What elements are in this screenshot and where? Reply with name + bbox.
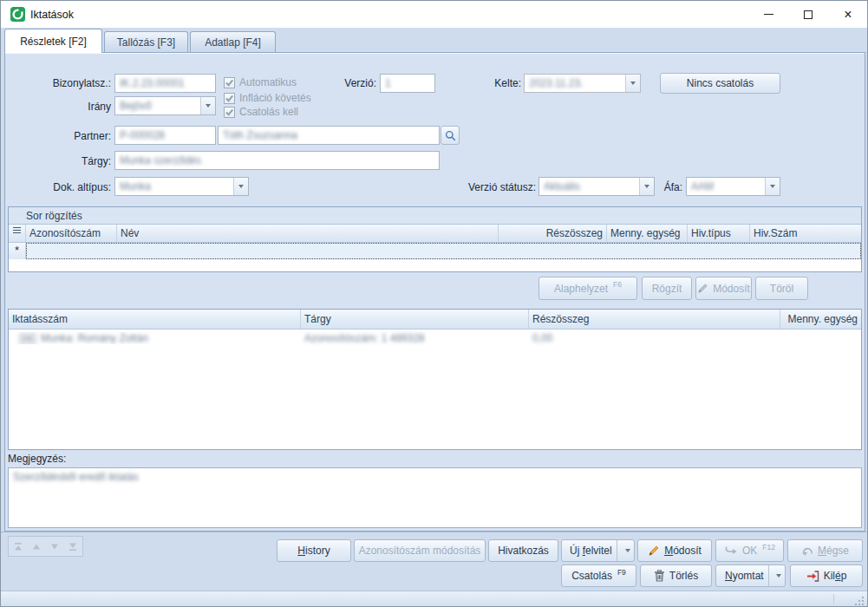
iktatasok-window: Iktatások × Részletek [F2] Tallózás [F3]…: [0, 0, 868, 607]
dok-altipus-combo[interactable]: Munka: [114, 177, 249, 196]
megjegyzes-textarea[interactable]: Szerződésből eredő iktatás: [8, 467, 862, 528]
azonositoszam-modositas-button[interactable]: Azonosítószám módosítás: [354, 539, 486, 562]
partner-code-input[interactable]: P-000028: [114, 126, 216, 145]
inflacio-checkbox[interactable]: Infláció követés: [224, 92, 311, 104]
nav-first-icon[interactable]: [13, 542, 23, 552]
undo-arrow-icon: [801, 545, 813, 556]
megjegyzes-value: Szerződésből eredő iktatás: [13, 471, 139, 483]
hivatkozas-button[interactable]: Hivatkozás: [488, 539, 558, 562]
nav-next-icon[interactable]: [49, 542, 60, 552]
csatolas-kell-label: Csatolás kell: [239, 106, 298, 118]
row-selector-header[interactable]: [9, 225, 26, 243]
ok-label: OK: [742, 545, 757, 557]
bizonylatsz-input[interactable]: IK.2.23.00001: [114, 74, 216, 93]
chevron-down-icon[interactable]: [233, 178, 248, 195]
azonositoszam-modositas-label: Azonosítószám módosítás: [359, 545, 481, 557]
chevron-down-icon[interactable]: [765, 178, 780, 195]
column-header-menny-egyseg[interactable]: Menny. egység: [607, 225, 688, 243]
trash-icon: [654, 570, 665, 582]
afa-combo[interactable]: AAM: [686, 177, 780, 196]
csatolas-button[interactable]: CsatolásF9: [561, 565, 636, 587]
record-navigator: [8, 536, 83, 557]
column-header-hiv-tipus[interactable]: Hiv.típus: [688, 225, 750, 243]
nyomtat-dropdown[interactable]: [773, 574, 785, 578]
column-header-reszosszeg[interactable]: Részösszeg: [499, 225, 607, 243]
modosit-row-button[interactable]: Módosít: [695, 277, 752, 300]
partner-name-input[interactable]: Tóth Zsuzsanna: [218, 126, 440, 145]
chevron-down-icon[interactable]: [200, 97, 215, 114]
minimize-button[interactable]: [748, 1, 788, 28]
app-icon: [10, 7, 25, 22]
column-header-azonositoszam[interactable]: Azonosítószám: [26, 225, 117, 243]
column-header-nev[interactable]: Név: [117, 225, 499, 243]
alaphelyzet-button[interactable]: AlaphelyzetF6: [538, 277, 637, 300]
chevron-down-icon: [776, 574, 781, 578]
row-nev: Munka: Romány Zoltán: [41, 332, 148, 344]
torol-button[interactable]: Töröl: [755, 277, 808, 300]
kilep-label: Kilép: [824, 570, 847, 582]
sor-rogzites-title: Sor rögzítés: [9, 207, 861, 225]
ok-button[interactable]: OKF12: [715, 539, 784, 562]
status-bar: [1, 591, 867, 606]
modosit-button[interactable]: Módosít: [637, 539, 712, 562]
tab-label: Tallózás [F3]: [117, 36, 175, 49]
new-row-marker-icon: *: [9, 243, 26, 259]
dok-altipus-label: Dok. altípus:: [27, 181, 111, 193]
alaphelyzet-hotkey: F6: [613, 277, 622, 289]
column-header-reszosszeg2[interactable]: Részösszeg: [529, 310, 780, 330]
kelte-datepicker[interactable]: 2023.11.23.: [524, 74, 641, 93]
column-header-iktatasszam[interactable]: Iktatásszám: [9, 310, 301, 330]
kilep-button[interactable]: Kilép: [790, 565, 863, 587]
verzio-value: 1: [385, 77, 391, 89]
close-icon: ×: [844, 8, 852, 22]
chevron-down-icon[interactable]: [639, 178, 654, 195]
column-header-menny-egyseg2[interactable]: Menny. egység: [780, 310, 861, 330]
checkbox-checked-icon: [224, 77, 235, 88]
uj-felvitel-split-button[interactable]: Új felvitel: [561, 539, 635, 562]
new-row-editor[interactable]: [26, 243, 861, 259]
torles-label: Törlés: [669, 570, 698, 582]
column-header-targy[interactable]: Tárgy: [301, 310, 529, 330]
tab-label: Adatlap [F4]: [205, 36, 261, 49]
verzio-statusz-combo[interactable]: Aktuális: [538, 177, 655, 196]
nyomtat-split-button[interactable]: Nyomtat: [715, 565, 786, 587]
table-row[interactable]: PRMunka: Romány Zoltán Azonosítószám: 1 …: [9, 330, 861, 346]
resize-grip[interactable]: [855, 597, 864, 605]
irany-combo[interactable]: Bejövő: [114, 96, 216, 115]
csatolas-kell-checkbox[interactable]: Csatolás kell: [224, 106, 298, 118]
csatolas-label: Csatolás: [571, 570, 612, 582]
chevron-down-icon[interactable]: [625, 75, 640, 92]
partner-code-value: P-000028: [120, 129, 165, 141]
tab-reszletek[interactable]: Részletek [F2]: [4, 29, 102, 53]
checkbox-checked-icon: [224, 107, 235, 118]
uj-felvitel-dropdown[interactable]: [622, 549, 634, 552]
partner-search-button[interactable]: [441, 126, 460, 145]
maximize-button[interactable]: [788, 1, 828, 28]
dok-altipus-value: Munka: [115, 178, 233, 195]
nincs-csatolas-button[interactable]: Nincs csatolás: [660, 73, 780, 94]
close-button[interactable]: ×: [828, 1, 868, 28]
partner-label: Partner:: [27, 130, 111, 142]
megse-button[interactable]: Mégse: [787, 539, 863, 562]
column-header-hiv-szam[interactable]: Hiv.Szám: [750, 225, 861, 243]
tab-adatlap[interactable]: Adatlap [F4]: [190, 31, 276, 53]
rogzit-button[interactable]: Rögzít: [642, 277, 692, 300]
automatikus-checkbox[interactable]: Automatikus: [224, 76, 297, 88]
csatolas-hotkey: F9: [617, 565, 626, 577]
rogzit-label: Rögzít: [652, 283, 682, 295]
bizonylatsz-value: IK.2.23.00001: [120, 77, 185, 89]
history-button[interactable]: History: [277, 539, 351, 562]
verzio-input[interactable]: 1: [380, 74, 435, 93]
new-row[interactable]: *: [9, 243, 861, 259]
exit-icon: [806, 571, 819, 582]
torles-button[interactable]: Törlés: [640, 565, 712, 587]
minimize-icon: [764, 14, 773, 15]
nincs-csatolas-label: Nincs csatolás: [687, 77, 754, 89]
nav-prev-icon[interactable]: [31, 542, 42, 552]
history-label: History: [297, 545, 330, 557]
nav-last-icon[interactable]: [68, 542, 78, 552]
title-bar[interactable]: Iktatások ×: [1, 1, 867, 28]
targy-input[interactable]: Munka szerződés: [114, 151, 440, 170]
tab-label: Részletek [F2]: [20, 36, 87, 48]
tab-tallozas[interactable]: Tallózás [F3]: [104, 31, 188, 53]
